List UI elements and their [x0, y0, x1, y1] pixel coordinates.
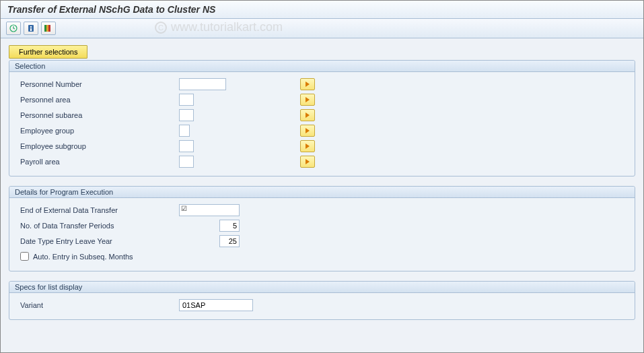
- row-periods: No. of Data Transfer Periods: [17, 218, 627, 233]
- row-personnel-area: Personnel area: [17, 92, 627, 107]
- label-auto-entry: Auto. Entry in Subseq. Months: [33, 253, 133, 261]
- multi-select-employee-group[interactable]: [300, 125, 315, 137]
- label-personnel-subarea: Personnel subarea: [17, 111, 179, 119]
- input-personnel-number[interactable]: [179, 78, 226, 90]
- label-end-transfer: End of External Data Transfer: [17, 206, 179, 214]
- content-area: Further selections Selection Personnel N…: [1, 38, 643, 352]
- further-selections-button[interactable]: Further selections: [9, 45, 87, 59]
- svg-rect-4: [44, 25, 46, 32]
- variant-button[interactable]: [41, 22, 56, 35]
- input-payroll-area[interactable]: [179, 156, 194, 168]
- window-title: Transfer of External NSchG Data to Clust…: [1, 1, 643, 19]
- label-employee-group: Employee group: [17, 127, 179, 135]
- svg-rect-3: [30, 28, 32, 31]
- multi-select-employee-subgroup[interactable]: [300, 140, 315, 152]
- row-end-transfer: End of External Data Transfer ☑: [17, 202, 627, 218]
- row-personnel-number: Personnel Number: [17, 76, 627, 92]
- input-date-type[interactable]: [219, 235, 240, 247]
- flag-icon: [44, 24, 53, 32]
- input-personnel-area[interactable]: [179, 94, 194, 106]
- svg-rect-2: [30, 26, 32, 28]
- input-personnel-subarea[interactable]: [179, 109, 194, 121]
- arrow-right-icon: [306, 159, 310, 164]
- label-personnel-number: Personnel Number: [17, 80, 179, 88]
- label-date-type: Date Type Entry Leave Year: [17, 237, 179, 245]
- group-specs: Specs for list display Variant: [9, 281, 635, 320]
- multi-select-personnel-area[interactable]: [300, 94, 315, 106]
- arrow-right-icon: [306, 82, 310, 87]
- row-personnel-subarea: Personnel subarea: [17, 107, 627, 123]
- label-variant: Variant: [17, 301, 179, 309]
- row-employee-subgroup: Employee subgroup: [17, 138, 627, 154]
- group-specs-title: Specs for list display: [9, 282, 635, 293]
- clock-execute-icon: [9, 24, 17, 32]
- label-periods: No. of Data Transfer Periods: [17, 222, 179, 230]
- input-variant[interactable]: [179, 299, 253, 311]
- arrow-right-icon: [306, 113, 310, 118]
- search-help-icon: ☑: [181, 205, 187, 212]
- label-employee-subgroup: Employee subgroup: [17, 142, 179, 150]
- input-periods[interactable]: [219, 220, 240, 232]
- input-end-transfer[interactable]: [179, 204, 240, 216]
- row-auto-entry: Auto. Entry in Subseq. Months: [17, 249, 627, 264]
- toolbar: [1, 19, 643, 38]
- label-personnel-area: Personnel area: [17, 96, 179, 104]
- input-employee-group[interactable]: [179, 125, 190, 137]
- group-selection-title: Selection: [9, 61, 635, 72]
- arrow-right-icon: [306, 97, 310, 102]
- info-button[interactable]: [24, 22, 38, 35]
- multi-select-payroll-area[interactable]: [300, 156, 315, 168]
- multi-select-personnel-number[interactable]: [300, 78, 315, 90]
- multi-select-personnel-subarea[interactable]: [300, 109, 315, 121]
- svg-rect-5: [46, 25, 48, 32]
- group-details: Details for Program Execution End of Ext…: [9, 186, 635, 271]
- info-icon: [27, 24, 35, 32]
- row-date-type: Date Type Entry Leave Year: [17, 233, 627, 249]
- arrow-right-icon: [306, 128, 310, 133]
- input-employee-subgroup[interactable]: [179, 140, 194, 152]
- svg-rect-6: [48, 25, 50, 32]
- row-employee-group: Employee group: [17, 123, 627, 138]
- label-payroll-area: Payroll area: [17, 158, 179, 166]
- row-payroll-area: Payroll area: [17, 154, 627, 169]
- group-details-title: Details for Program Execution: [9, 187, 635, 198]
- execute-button[interactable]: [6, 22, 21, 35]
- group-selection: Selection Personnel Number Personnel are…: [9, 60, 635, 176]
- row-variant: Variant: [17, 297, 627, 313]
- checkbox-auto-entry[interactable]: [20, 252, 29, 261]
- arrow-right-icon: [306, 143, 310, 149]
